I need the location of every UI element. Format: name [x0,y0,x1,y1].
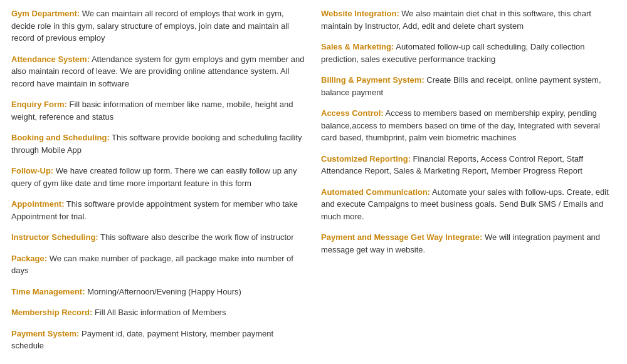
feature-item-booking-scheduling: Booking and Scheduling: This software pr… [11,132,306,156]
feature-item-appointment: Appointment: This software provide appoi… [11,198,306,222]
feature-label-payment-system: Payment System: [11,329,79,338]
feature-item-enquiry-form: Enquiry Form: Fill basic information of … [11,98,306,123]
feature-item-gym-department: Gym Department: We can maintain all reco… [11,8,306,44]
feature-item-instructor-scheduling: Instructor Scheduling: This software als… [11,231,306,244]
feature-item-time-management: Time Management: Morning/Afternoon/Eveni… [11,286,306,298]
main-container: Gym Department: We can maintain all reco… [0,0,627,360]
feature-item-membership-record: Membership Record: Fill All Basic inform… [11,306,306,319]
feature-label-appointment: Appointment: [11,199,64,209]
feature-label-customized-reporting: Customized Reporting: [321,154,411,164]
feature-label-follow-up: Follow-Up: [11,166,53,175]
left-column: Gym Department: We can maintain all reco… [11,8,306,352]
feature-item-payment-system: Payment System: Payment id, date, paymen… [11,328,306,352]
feature-text-time-management: Morning/Afternoon/Evening (Happy Hours) [85,287,241,296]
feature-item-website-integration: Website Integration: We also maintain di… [321,8,616,32]
feature-item-customized-reporting: Customized Reporting: Financial Reports,… [321,153,616,177]
feature-label-attendance-system: Attendance System: [11,55,90,64]
feature-label-access-control: Access Control: [321,108,384,118]
feature-item-access-control: Access Control: Access to members based … [321,107,616,144]
feature-text-instructor-scheduling: This software also describe the work flo… [98,232,294,242]
feature-label-package: Package: [11,254,47,263]
feature-text-follow-up: We have created follow up form. There we… [11,166,297,188]
feature-item-billing-payment: Billing & Payment System: Create Bills a… [321,74,616,98]
feature-item-attendance-system: Attendance System: Attendance system for… [11,53,306,90]
feature-item-sales-marketing: Sales & Marketing: Automated follow-up c… [321,41,616,65]
feature-label-sales-marketing: Sales & Marketing: [321,42,394,51]
feature-label-booking-scheduling: Booking and Scheduling: [11,133,110,142]
feature-label-billing-payment: Billing & Payment System: [321,75,424,85]
feature-label-instructor-scheduling: Instructor Scheduling: [11,232,98,242]
feature-label-membership-record: Membership Record: [11,308,92,317]
feature-label-website-integration: Website Integration: [321,9,399,18]
feature-label-time-management: Time Management: [11,287,85,296]
feature-label-enquiry-form: Enquiry Form: [11,100,67,109]
feature-label-gym-department: Gym Department: [11,9,80,18]
feature-label-automated-communication: Automated Communication: [321,187,430,197]
feature-text-package: We can make number of package, all packa… [11,254,293,276]
right-column: Website Integration: We also maintain di… [321,8,616,352]
feature-item-follow-up: Follow-Up: We have created follow up for… [11,165,306,189]
feature-label-payment-message: Payment and Message Get Way Integrate: [321,232,482,242]
feature-item-payment-message: Payment and Message Get Way Integrate: W… [321,231,616,256]
feature-text-membership-record: Fill All Basic information of Members [92,308,226,317]
feature-item-package: Package: We can make number of package, … [11,252,306,277]
feature-item-automated-communication: Automated Communication: Automate your s… [321,186,616,223]
